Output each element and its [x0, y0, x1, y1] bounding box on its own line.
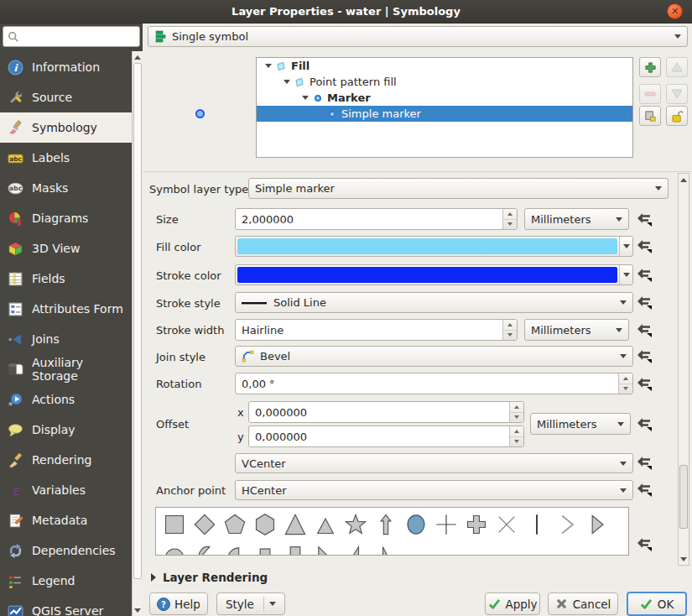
close-icon[interactable]: ✕ — [667, 3, 683, 19]
data-defined-override-button[interactable] — [633, 264, 655, 285]
sidebar-item-attributes-form[interactable]: Attributes Form — [0, 294, 132, 324]
data-defined-override-button[interactable] — [633, 346, 655, 366]
shape-circle-selected[interactable] — [401, 509, 431, 540]
data-defined-override-button[interactable] — [633, 209, 655, 229]
size-input[interactable]: 2,000000 — [235, 208, 518, 230]
stroke-style-select[interactable]: Solid Line — [235, 292, 633, 313]
shape-pentagon[interactable] — [220, 509, 250, 540]
data-defined-override-button[interactable] — [633, 292, 655, 312]
shape-right-half-triangle[interactable] — [341, 540, 371, 556]
sidebar-item-masks[interactable]: abc Masks — [0, 173, 132, 203]
stroke-width-input[interactable]: Hairline — [235, 319, 518, 341]
sidebar-item-joins[interactable]: Joins — [0, 324, 132, 354]
sidebar-item-diagrams[interactable]: Diagrams — [0, 203, 132, 233]
sidebar-search-field[interactable] — [23, 30, 135, 43]
join-style-select[interactable]: Bevel — [235, 346, 633, 367]
shape-arrow[interactable] — [371, 509, 401, 540]
sidebar-item-actions[interactable]: Actions — [0, 384, 132, 415]
sidebar-item-labels[interactable]: abc Labels — [0, 143, 132, 173]
renderer-select[interactable]: Single symbol — [148, 26, 688, 47]
shape-quarter-square[interactable] — [250, 540, 280, 556]
sidebar-item-rendering[interactable]: Rendering — [0, 445, 132, 475]
fill-color-dropdown[interactable] — [619, 237, 632, 256]
stroke-color-dropdown[interactable] — [619, 265, 632, 285]
data-defined-override-button[interactable] — [633, 479, 655, 499]
shape-quarter-circle[interactable] — [220, 540, 250, 556]
expander-icon[interactable] — [265, 64, 272, 68]
fill-color-button[interactable] — [235, 236, 633, 257]
shape-star[interactable] — [341, 509, 371, 540]
stroke-color-button[interactable] — [235, 264, 633, 285]
sidebar-item-3d-view[interactable]: 3D View — [0, 233, 132, 264]
scroll-down-icon[interactable] — [679, 554, 689, 564]
duplicate-symbol-layer-button[interactable] — [639, 106, 661, 126]
sidebar-scroll-thumb[interactable] — [133, 63, 142, 579]
shape-left-half-triangle[interactable] — [371, 540, 401, 556]
shape-square[interactable] — [159, 509, 190, 540]
style-button[interactable]: Style — [216, 593, 285, 615]
spinner-buttons[interactable] — [502, 320, 517, 340]
scroll-thumb[interactable] — [679, 465, 688, 529]
sidebar-item-source[interactable]: Source — [0, 82, 132, 112]
move-up-button[interactable] — [666, 57, 688, 77]
tree-row-marker[interactable]: Marker — [257, 90, 632, 106]
sidebar-item-dependencies[interactable]: Dependencies — [0, 535, 132, 566]
data-defined-override-button[interactable] — [633, 534, 655, 554]
shape-semi-circle[interactable] — [159, 540, 190, 556]
shape-cross-fill[interactable] — [461, 509, 492, 540]
shape-half-arrowhead[interactable] — [552, 509, 582, 540]
offset-x-input[interactable]: 0,000000 — [248, 401, 524, 423]
shape-half-square[interactable] — [280, 540, 310, 556]
scroll-up-icon[interactable] — [679, 175, 689, 185]
sidebar-scroll-up-icon[interactable] — [133, 52, 143, 62]
properties-scrollbar[interactable] — [678, 173, 689, 566]
spinner-buttons[interactable] — [502, 209, 517, 229]
remove-symbol-layer-button[interactable] — [639, 84, 661, 104]
expander-icon[interactable] — [302, 96, 309, 100]
spinner-buttons[interactable] — [509, 402, 523, 422]
sidebar-item-fields[interactable]: Fields — [0, 264, 132, 294]
shape-triangle[interactable] — [280, 509, 310, 540]
offset-unit-select[interactable]: Millimeters — [530, 413, 631, 435]
sidebar-item-qgis-server[interactable]: QGIS Server — [0, 596, 132, 616]
shape-diagonal-half-square[interactable] — [310, 540, 341, 556]
offset-y-input[interactable]: 0,000000 — [248, 425, 524, 447]
anchor-horizontal-select[interactable]: HCenter — [235, 480, 633, 500]
shape-cross2[interactable] — [492, 509, 522, 540]
data-defined-override-button[interactable] — [633, 373, 655, 394]
expander-icon[interactable] — [284, 80, 290, 84]
search-input[interactable] — [3, 26, 140, 47]
stroke-width-unit-select[interactable]: Millimeters — [524, 319, 629, 341]
data-defined-override-button[interactable] — [633, 320, 655, 340]
sidebar-item-information[interactable]: i Information — [0, 52, 132, 82]
anchor-vertical-select[interactable]: VCenter — [235, 453, 633, 473]
tree-row-fill[interactable]: Fill — [257, 58, 632, 74]
size-unit-select[interactable]: Millimeters — [524, 208, 629, 230]
data-defined-override-button[interactable] — [633, 414, 655, 434]
shape-diamond[interactable] — [190, 509, 220, 540]
sidebar-item-variables[interactable]: ε Variables — [0, 475, 132, 505]
add-symbol-layer-button[interactable] — [639, 57, 661, 77]
lock-color-button[interactable] — [666, 106, 688, 126]
data-defined-override-button[interactable] — [633, 236, 655, 256]
tree-row-simple-marker[interactable]: Simple marker — [257, 106, 632, 122]
shape-equilateral-triangle[interactable] — [310, 509, 341, 540]
shape-filled-arrowhead[interactable] — [582, 509, 612, 540]
shape-cross[interactable] — [431, 509, 461, 540]
rotation-input[interactable]: 0,00 ° — [235, 373, 633, 394]
sidebar-scroll-down-icon[interactable] — [133, 605, 143, 615]
symbol-layer-type-select[interactable]: Simple marker — [248, 178, 669, 199]
shape-hexagon[interactable] — [250, 509, 280, 540]
data-defined-override-button[interactable] — [633, 452, 655, 472]
shape-third-circle[interactable] — [190, 540, 220, 556]
sidebar-item-legend[interactable]: Legend — [0, 566, 132, 596]
apply-button[interactable]: Apply — [485, 593, 540, 615]
spinner-buttons[interactable] — [618, 373, 632, 394]
sidebar-item-metadata[interactable]: Metadata — [0, 505, 132, 535]
move-down-button[interactable] — [666, 84, 688, 104]
shape-line[interactable] — [522, 509, 552, 540]
sidebar-scrollbar[interactable] — [132, 51, 143, 616]
spinner-buttons[interactable] — [509, 426, 523, 446]
sidebar-item-display[interactable]: Display — [0, 415, 132, 445]
layer-rendering-expander[interactable]: Layer Rendering — [151, 571, 268, 584]
